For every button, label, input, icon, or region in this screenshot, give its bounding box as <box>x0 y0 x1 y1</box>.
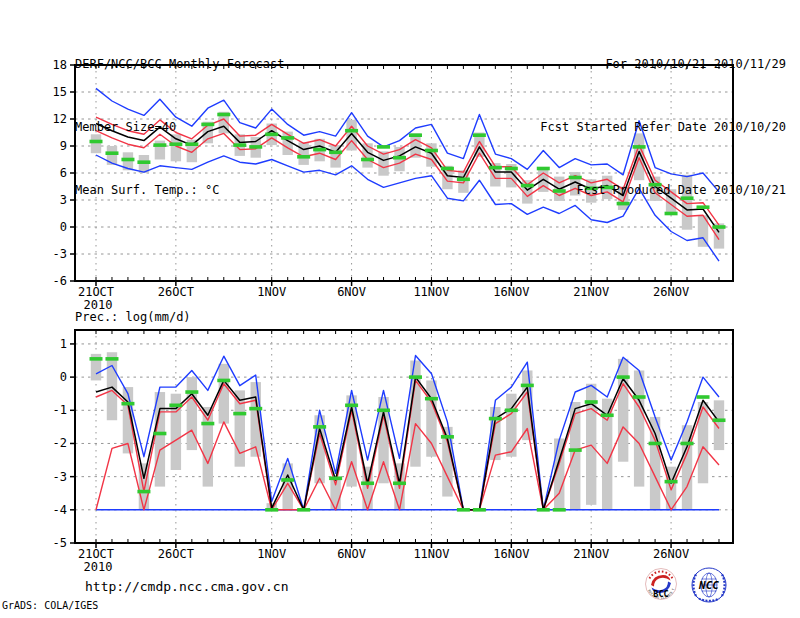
spread-bar <box>618 359 628 462</box>
y-tick-label: -5 <box>53 536 67 550</box>
x-tick-label: 6NOV <box>337 285 366 299</box>
y-tick-label: 6 <box>60 166 67 180</box>
observation-dash <box>473 508 486 512</box>
observation-dash <box>153 432 166 436</box>
y-tick-label: 18 <box>53 58 67 72</box>
x-tick-label: 1NOV <box>257 285 286 299</box>
x-tick-label: 11NOV <box>413 547 449 561</box>
spread-bar <box>378 151 388 175</box>
spread-bar <box>107 352 117 420</box>
observation-dash <box>409 375 422 379</box>
spread-bar <box>698 402 708 483</box>
y-tick-label: -1 <box>53 403 67 417</box>
bcc-logo: BEIJING CLIMATE CENTER BCC <box>636 563 677 600</box>
observation-dash <box>121 402 134 406</box>
observation-dash <box>521 184 534 188</box>
x-tick-label: 26NOV <box>653 547 689 561</box>
observation-dash <box>345 129 358 133</box>
spread-bar <box>426 143 436 166</box>
observation-dash <box>361 158 374 162</box>
x-axis-year-label: 2010 <box>84 560 113 574</box>
member-size-label: Member Size=40 <box>75 117 285 138</box>
observation-dash <box>201 422 214 426</box>
observation-dash <box>585 400 598 404</box>
observation-dash <box>297 155 310 159</box>
observation-dash <box>169 404 182 408</box>
fcst-started-label: Fcst Started Refer Date 2010/10/20 <box>540 117 786 138</box>
y-tick-label: -3 <box>53 247 67 261</box>
header-left: DERF/NCC/BCC Monthly Forecast Member Siz… <box>75 12 285 243</box>
y-tick-label: -6 <box>53 274 67 288</box>
prec-panel-title: Prec.: log(mm/d) <box>75 310 191 324</box>
observation-dash <box>377 408 390 412</box>
observation-dash <box>361 481 374 485</box>
observation-dash <box>473 133 486 137</box>
observation-dash <box>617 375 630 379</box>
observation-dash <box>393 156 406 160</box>
x-tick-label: 16NOV <box>493 285 529 299</box>
x-tick-label: 26OCT <box>158 547 194 561</box>
observation-dash <box>649 442 662 446</box>
observation-dash <box>553 508 566 512</box>
observation-dash <box>137 490 150 494</box>
observation-dash <box>537 508 550 512</box>
source-url[interactable]: http://cmdp.ncc.cma.gov.cn <box>85 579 289 594</box>
x-tick-label: 21NOV <box>573 547 609 561</box>
bcc-label: BCC <box>653 589 668 599</box>
observation-dash <box>329 477 342 481</box>
observation-dash <box>457 178 470 182</box>
spread-bar <box>714 400 724 450</box>
observation-dash <box>425 397 438 401</box>
grads-forecast-page: 1815129630-3-621OCT26OCT1NOV6NOV11NOV16N… <box>0 0 800 618</box>
observation-dash <box>105 357 118 361</box>
y-tick-label: 12 <box>53 112 67 126</box>
spread-bar <box>298 142 308 165</box>
observation-dash <box>601 413 614 417</box>
observation-dash <box>313 425 326 429</box>
observation-dash <box>665 480 678 484</box>
observation-dash <box>393 481 406 485</box>
observation-dash <box>505 408 518 412</box>
observation-dash <box>489 417 502 421</box>
observation-dash <box>329 151 342 155</box>
observation-dash <box>697 395 710 399</box>
observation-dash <box>377 145 390 149</box>
observation-dash <box>217 379 230 383</box>
spread-bar <box>490 407 500 460</box>
observation-dash <box>505 167 518 171</box>
x-tick-label: 16NOV <box>493 547 529 561</box>
y-tick-label: -3 <box>53 470 67 484</box>
observation-dash <box>233 412 246 416</box>
observation-dash <box>457 508 470 512</box>
x-tick-label: 11NOV <box>413 285 449 299</box>
spread-bar <box>426 380 436 456</box>
agency-logos: BEIJING CLIMATE CENTER BCC NCC <box>636 563 746 618</box>
spread-bar <box>634 370 644 486</box>
x-tick-label: 6NOV <box>337 547 366 561</box>
ncc-label: NCC <box>698 579 719 592</box>
y-tick-label: -4 <box>53 503 67 517</box>
x-tick-label: 26OCT <box>158 285 194 299</box>
observation-dash <box>281 478 294 482</box>
temp-panel-title: Mean Surf. Temp.: °C <box>75 180 285 201</box>
y-tick-label: 0 <box>60 220 67 234</box>
observation-dash <box>409 133 422 137</box>
y-tick-label: 3 <box>60 193 67 207</box>
observation-dash <box>712 418 725 422</box>
page-title: DERF/NCC/BCC Monthly Forecast <box>75 54 285 75</box>
observation-dash <box>425 149 438 153</box>
grads-credit: GrADS: COLA/IGES <box>2 600 98 611</box>
observation-dash <box>441 167 454 171</box>
observation-dash <box>521 384 534 388</box>
observation-dash <box>489 166 502 170</box>
x-tick-label: 21OCT <box>78 285 114 299</box>
header-right: For 2010/10/21-2010/11/29 Fcst Started R… <box>540 12 786 243</box>
observation-dash <box>345 404 358 408</box>
observation-dash <box>249 407 262 411</box>
x-tick-label: 21OCT <box>78 547 114 561</box>
spread-bar <box>650 417 660 510</box>
y-tick-label: 1 <box>60 337 67 351</box>
observation-dash <box>297 508 310 512</box>
observation-dash <box>569 448 582 452</box>
observation-dash <box>633 395 646 399</box>
